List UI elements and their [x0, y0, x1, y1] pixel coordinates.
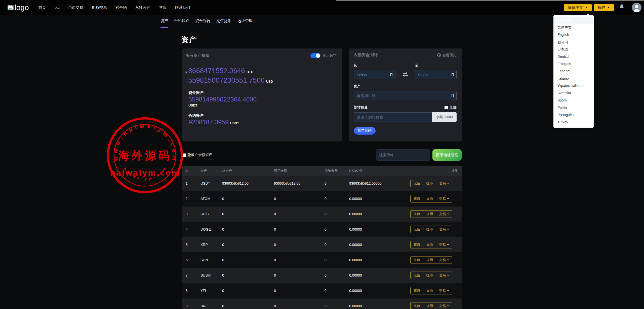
transfer-all-checkbox[interactable] [445, 106, 448, 109]
assets-toolbar: 隐藏 0 余额资产 提币地址管理 [182, 149, 462, 161]
broken-image-icon [8, 5, 14, 11]
withdraw-address-manage-button[interactable]: 提币地址管理 [432, 149, 462, 161]
language-menu-item[interactable]: Polski [553, 104, 594, 111]
language-menu-item[interactable]: Turkey [553, 119, 594, 126]
toggle-knob [316, 54, 320, 58]
table-body: 1USDT93663585812.0693663585812.060936635… [182, 176, 462, 309]
user-avatar-icon[interactable] [632, 3, 641, 12]
language-menu-item[interactable]: 简体中文 [553, 17, 594, 24]
table-cell: 0.00000 [349, 304, 410, 308]
table-header-cell: 冻结余额 [325, 169, 349, 173]
trade-dropdown-button[interactable]: 交易 [436, 287, 452, 294]
trade-dropdown-button[interactable]: 交易 [436, 180, 452, 187]
nav-link[interactable]: 期权交易 [92, 5, 107, 10]
withdraw-button[interactable]: 提币 [423, 302, 436, 309]
subnav-tab[interactable]: 充值提币 [216, 19, 231, 28]
table-row: 3SHIB0000.00000充值提币交易 [182, 207, 462, 222]
trade-dropdown-button[interactable]: 交易 [436, 211, 452, 218]
nav-link[interactable]: 永续合约 [135, 5, 150, 10]
subnav-tab[interactable]: 合约账户 [174, 19, 189, 28]
language-menu-item[interactable]: Suomi [553, 97, 594, 104]
deposit-button[interactable]: 充值 [411, 195, 423, 202]
nav-link[interactable]: 币币交易 [68, 5, 83, 10]
language-menu-item[interactable]: Svenska [553, 89, 594, 97]
withdraw-button[interactable]: 提币 [423, 195, 436, 202]
trade-dropdown-button[interactable]: 交易 [436, 241, 452, 248]
trade-dropdown-button[interactable]: 交易 [436, 195, 452, 202]
language-button[interactable]: 简体中文 [564, 4, 592, 11]
nav-link[interactable]: 首页 [38, 5, 46, 10]
nav-link[interactable]: 学院 [159, 5, 167, 10]
trade-dropdown-button[interactable]: 交易 [436, 226, 452, 233]
nav-link[interactable]: otc [55, 5, 60, 10]
table-header-cell: # [182, 169, 200, 173]
asset-input[interactable] [357, 93, 452, 98]
deposit-button[interactable]: 充值 [411, 211, 423, 218]
withdraw-button[interactable]: 提币 [423, 256, 436, 264]
deposit-button[interactable]: 充值 [411, 226, 423, 233]
trade-dropdown-button[interactable]: 交易 [436, 302, 452, 309]
withdraw-button[interactable]: 提币 [423, 241, 436, 248]
view-history-link[interactable]: 查看历史 [437, 53, 457, 58]
language-menu-item[interactable]: Português [553, 111, 594, 119]
row-action-group: 充值提币交易 [410, 210, 452, 218]
language-menu-item[interactable]: 한국어 [553, 38, 594, 46]
language-menu-item[interactable]: Español [553, 68, 594, 75]
approx-symbol: ≈ [185, 70, 187, 74]
search-input[interactable] [379, 150, 427, 160]
deposit-button[interactable]: 充值 [411, 241, 423, 248]
deposit-button[interactable]: 充值 [411, 256, 423, 264]
nav-link[interactable]: 联系我们 [175, 5, 190, 10]
hide-zero-checkbox[interactable] [182, 153, 186, 157]
language-menu-item[interactable]: Deutsch [553, 53, 594, 60]
show-numbers-toggle[interactable] [310, 53, 320, 58]
asset-select-input[interactable] [354, 91, 457, 100]
withdraw-button[interactable]: 提币 [423, 226, 436, 233]
table-cell: 0 [325, 289, 349, 293]
language-menu-item[interactable]: УкраїнськаName [553, 82, 594, 89]
usd-total-value: 559815007230551.7500 [188, 76, 265, 84]
withdraw-button[interactable]: 提币 [423, 211, 436, 218]
language-menu-item[interactable]: Français [553, 60, 594, 68]
language-dropdown-items: 简体中文繁体中文English한국어日本語DeutschFrançaisEspa… [553, 17, 594, 126]
svg-text:h a i w a i y m . c o m: h a i w a i y m . c o m [123, 167, 167, 181]
from-select[interactable]: Select [354, 70, 395, 79]
table-cell: UNI [200, 304, 222, 308]
to-select[interactable]: Select [415, 70, 457, 79]
caret-down-icon [447, 290, 449, 291]
language-menu-item[interactable]: English [553, 31, 594, 38]
withdraw-button[interactable]: 提币 [423, 287, 436, 294]
trade-dropdown-button[interactable]: 交易 [436, 272, 452, 279]
deposit-button[interactable]: 充值 [411, 302, 423, 309]
svg-text:w w w . h a i w a i y m . c o: w w w . h a i w a i y m . c o m [112, 123, 178, 162]
bell-icon[interactable] [619, 4, 624, 11]
deposit-button[interactable]: 充值 [411, 272, 423, 279]
table-cell: 8 [182, 289, 200, 293]
amount-input[interactable] [357, 115, 429, 119]
subnav-tab[interactable]: 地址管理 [237, 19, 253, 28]
to-select-placeholder: Select [418, 73, 428, 77]
withdraw-button[interactable]: 提币 [423, 272, 436, 279]
language-menu-item[interactable]: 繁体中文 [553, 24, 594, 31]
deposit-button[interactable]: 充值 [411, 287, 423, 294]
subnav-tab[interactable]: 资产 [160, 19, 168, 28]
language-menu-item[interactable]: Italiano [553, 75, 594, 82]
nav-link[interactable]: 秒合约 [115, 5, 127, 10]
withdraw-button[interactable]: 提币 [423, 180, 436, 187]
table-cell: 4 [182, 227, 200, 231]
logo[interactable]: logo [8, 4, 29, 11]
missing-glyph-box-icon [452, 73, 454, 76]
table-row: 7SUSHI0000.00000充值提币交易 [182, 268, 462, 283]
subnav-tab[interactable]: 资金划转 [195, 19, 210, 28]
language-menu-item[interactable]: 日本語 [553, 46, 594, 53]
table-header-cell: 操作 [410, 169, 462, 173]
deposit-button[interactable]: 充值 [411, 180, 423, 187]
table-cell: 9 [182, 304, 200, 308]
wallet-button[interactable]: 钱包 [594, 4, 614, 11]
confirm-transfer-button[interactable]: 确定划转 [354, 127, 376, 135]
trade-dropdown-button[interactable]: 交易 [436, 256, 452, 264]
swap-arrows-icon[interactable] [395, 72, 415, 79]
table-cell: SHIB [200, 212, 222, 216]
table-cell: 0 [274, 304, 325, 308]
table-cell: 0 [274, 289, 325, 293]
